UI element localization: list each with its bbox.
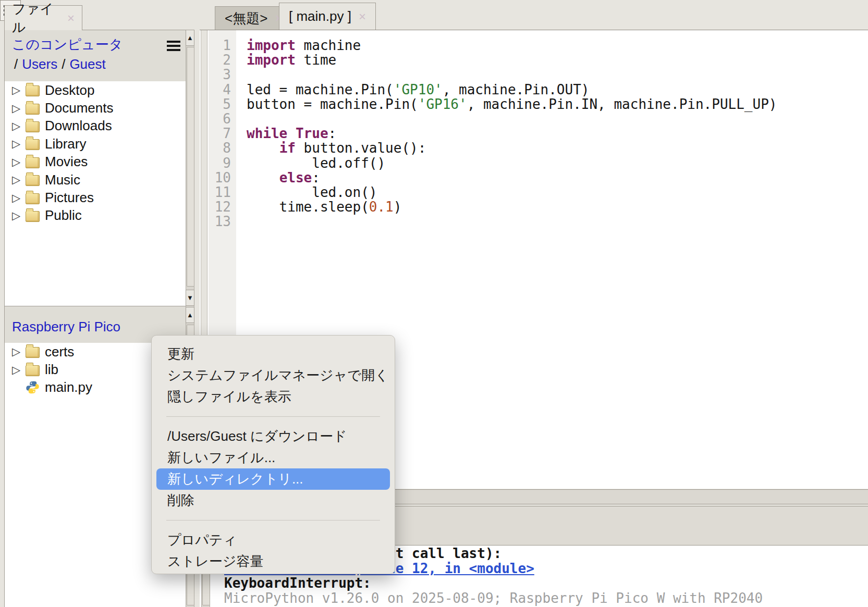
line-number: 12 bbox=[209, 200, 231, 214]
this-computer-title: このコンピュータ bbox=[12, 35, 186, 54]
expander-triangle-icon[interactable]: ▷ bbox=[12, 174, 26, 186]
breadcrumb-link[interactable]: Guest bbox=[69, 56, 105, 72]
editor-tab-main-py[interactable]: [ main.py ]× bbox=[279, 3, 376, 30]
line-number: 4 bbox=[209, 82, 231, 97]
python-file-icon bbox=[26, 380, 40, 394]
expander-triangle-icon[interactable]: ▷ bbox=[12, 84, 26, 96]
code-line: led.on() bbox=[247, 185, 777, 200]
folder-icon bbox=[26, 85, 40, 96]
folder-icon bbox=[26, 139, 40, 150]
line-number: 6 bbox=[209, 112, 231, 126]
shell-line: MicroPython v1.26.0 on 2025-08-09; Raspb… bbox=[224, 591, 763, 606]
shell-line: KeyboardInterrupt: bbox=[224, 576, 763, 591]
expander-triangle-icon[interactable]: ▷ bbox=[12, 209, 26, 222]
tree-item-label: Public bbox=[45, 207, 82, 224]
menu-separator bbox=[166, 416, 380, 417]
expander-triangle-icon[interactable]: ▷ bbox=[12, 364, 26, 376]
tree-item-label: lib bbox=[45, 362, 58, 378]
menu-item[interactable]: 隠しファイルを表示 bbox=[152, 386, 395, 407]
expander-triangle-icon[interactable]: ▷ bbox=[12, 192, 26, 204]
scroll-up-icon: ▲ bbox=[187, 34, 193, 42]
scroll-up-button[interactable]: ▲ bbox=[186, 307, 194, 323]
line-numbers: 12345678910111213 bbox=[209, 38, 236, 229]
scroll-down-icon: ▼ bbox=[187, 294, 193, 302]
menu-item[interactable]: 削除 bbox=[152, 490, 395, 511]
code-line bbox=[247, 214, 777, 229]
pico-title: Raspberry Pi Pico bbox=[12, 319, 186, 335]
tree-item-public[interactable]: ▷Public bbox=[5, 207, 186, 225]
code-line: led = machine.Pin('GP10', machine.Pin.OU… bbox=[247, 82, 777, 97]
expander-triangle-icon[interactable]: ▷ bbox=[12, 102, 26, 115]
code-line: button = machine.Pin('GP16', machine.Pin… bbox=[247, 97, 777, 112]
tree-item-label: Movies bbox=[45, 154, 88, 170]
thonny-window: ファイル × このコンピュータ /Users/Guest ▷Desktop▷Do… bbox=[0, 0, 868, 607]
computer-tree-scrollbar[interactable]: ▲ ▼ bbox=[186, 30, 194, 306]
computer-file-tree: ▷Desktop▷Documents▷Downloads▷Library▷Mov… bbox=[4, 81, 186, 306]
menu-item[interactable]: ストレージ容量 bbox=[152, 551, 395, 572]
code-line: import time bbox=[247, 53, 777, 67]
tree-item-label: certs bbox=[45, 344, 74, 360]
scroll-up-icon: ▲ bbox=[187, 311, 193, 319]
breadcrumb: /Users/Guest bbox=[12, 56, 186, 72]
expander-triangle-icon[interactable]: ▷ bbox=[12, 156, 26, 168]
folder-icon bbox=[26, 193, 40, 204]
expander-triangle-icon[interactable]: ▷ bbox=[12, 138, 26, 150]
folder-icon bbox=[26, 365, 40, 376]
breadcrumb-link[interactable]: Users bbox=[22, 56, 57, 72]
hamburger-menu-icon[interactable] bbox=[167, 41, 180, 51]
expander-triangle-icon[interactable]: ▷ bbox=[12, 345, 26, 358]
scrollbar-thumb[interactable] bbox=[187, 47, 194, 287]
folder-icon bbox=[26, 175, 40, 186]
menu-separator bbox=[166, 520, 380, 521]
line-number: 13 bbox=[209, 214, 231, 229]
menu-item[interactable]: 新しいディレクトリ... bbox=[156, 468, 390, 490]
tree-item-downloads[interactable]: ▷Downloads bbox=[5, 117, 186, 135]
line-number: 9 bbox=[209, 156, 231, 170]
tree-item-label: Pictures bbox=[45, 190, 94, 206]
close-icon[interactable]: × bbox=[67, 12, 75, 24]
tree-item-label: Desktop bbox=[45, 82, 94, 98]
line-number: 3 bbox=[209, 67, 231, 82]
code-text[interactable]: import machineimport time led = machine.… bbox=[247, 38, 777, 229]
folder-icon bbox=[26, 157, 40, 168]
editor-tab-bar: <無題>×[ main.py ]× bbox=[200, 0, 868, 30]
menu-item[interactable]: プロパティ bbox=[152, 529, 395, 551]
scroll-down-button[interactable]: ▼ bbox=[186, 290, 194, 306]
tree-item-label: Documents bbox=[45, 100, 114, 116]
pico-context-menu: 更新システムファイルマネージャで開く隠しファイルを表示/Users/Guest … bbox=[151, 335, 395, 574]
tree-item-desktop[interactable]: ▷Desktop bbox=[5, 81, 186, 99]
code-line: while True: bbox=[247, 126, 777, 141]
tree-item-label: main.py bbox=[45, 379, 92, 395]
code-line: import machine bbox=[247, 38, 777, 53]
code-line: if button.value(): bbox=[247, 141, 777, 155]
menu-item[interactable]: 更新 bbox=[152, 343, 395, 365]
folder-icon bbox=[26, 121, 40, 132]
editor-tab-label: [ main.py ] bbox=[289, 8, 351, 24]
tree-item-label: Library bbox=[45, 136, 86, 152]
line-number: 1 bbox=[209, 38, 231, 53]
tree-item-library[interactable]: ▷Library bbox=[5, 135, 186, 153]
tab-files[interactable]: ファイル × bbox=[4, 5, 82, 30]
tree-item-label: Downloads bbox=[45, 118, 112, 134]
line-number: 11 bbox=[209, 185, 231, 200]
close-icon[interactable]: × bbox=[359, 10, 366, 23]
scroll-up-button[interactable]: ▲ bbox=[186, 30, 194, 46]
line-number: 8 bbox=[209, 141, 231, 155]
code-line: else: bbox=[247, 170, 777, 185]
this-computer-header: このコンピュータ /Users/Guest bbox=[4, 30, 186, 81]
breadcrumb-separator: / bbox=[62, 56, 65, 72]
menu-item[interactable]: /Users/Guest にダウンロード bbox=[152, 426, 395, 447]
breadcrumb-separator: / bbox=[14, 56, 18, 72]
tree-item-documents[interactable]: ▷Documents bbox=[5, 99, 186, 117]
menu-item[interactable]: 新しいファイル... bbox=[152, 447, 395, 468]
tree-item-label: Music bbox=[45, 172, 80, 188]
menu-item[interactable]: システムファイルマネージャで開く bbox=[152, 365, 395, 386]
line-number: 10 bbox=[209, 170, 231, 185]
files-tab-label: ファイル bbox=[12, 0, 60, 36]
folder-icon bbox=[26, 211, 40, 222]
tree-item-music[interactable]: ▷Music bbox=[5, 171, 186, 189]
tree-item-movies[interactable]: ▷Movies bbox=[5, 153, 186, 171]
code-line bbox=[247, 112, 777, 126]
tree-item-pictures[interactable]: ▷Pictures bbox=[5, 189, 186, 206]
expander-triangle-icon[interactable]: ▷ bbox=[12, 120, 26, 132]
